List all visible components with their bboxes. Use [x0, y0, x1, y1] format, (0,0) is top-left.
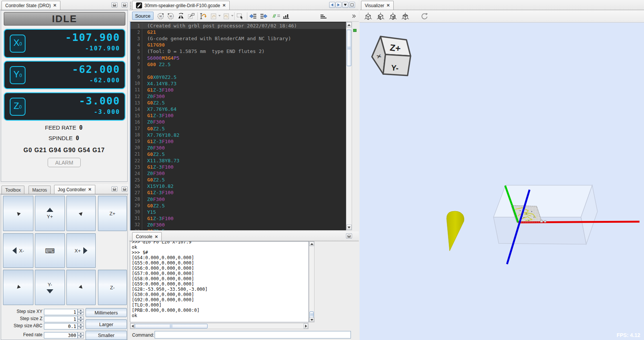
- scale-icon[interactable]: [187, 12, 195, 20]
- sort-lines-icon[interactable]: [319, 12, 328, 20]
- millimeters-button[interactable]: Millimeters: [86, 308, 127, 317]
- code-line[interactable]: 13G0Z2.5: [131, 100, 346, 106]
- tab-visualizer[interactable]: Visualizer ✕: [361, 1, 394, 10]
- scroll-up-icon[interactable]: [310, 243, 313, 245]
- gcode-editor[interactable]: 1(Created with grbl post processor 2022/…: [130, 22, 346, 230]
- code-line[interactable]: 6S6000M3G4P5: [131, 54, 346, 61]
- tab-jog-controller[interactable]: Jog Controller ✕: [54, 185, 95, 194]
- undo-dropdown-icon[interactable]: [218, 15, 221, 17]
- code-line[interactable]: 1(Created with grbl post processor 2022/…: [131, 23, 346, 29]
- scroll-down-icon[interactable]: [310, 319, 313, 321]
- toolbar-overflow-icon[interactable]: [351, 12, 357, 20]
- feed-rate-stepper[interactable]: [78, 332, 84, 338]
- source-toggle-button[interactable]: Source: [132, 12, 153, 20]
- jog-xplus-yplus-button[interactable]: [66, 196, 96, 231]
- editor-vscrollbar[interactable]: [346, 22, 352, 230]
- code-line[interactable]: 2G21: [131, 29, 346, 35]
- code-line[interactable]: 15G1Z-3F100: [131, 112, 346, 119]
- close-icon[interactable]: ✕: [88, 187, 92, 192]
- zero-x-button[interactable]: X0: [10, 35, 26, 53]
- zero-z-button[interactable]: Z0: [10, 98, 26, 116]
- code-line[interactable]: 28Z0F300: [131, 196, 346, 202]
- code-line[interactable]: 26X15Y10.82: [131, 183, 346, 189]
- code-line[interactable]: 20Z0F300: [131, 145, 346, 151]
- maximize-panel-button[interactable]: [349, 2, 355, 8]
- console-hscrollbar[interactable]: [130, 323, 308, 329]
- orientation-cube[interactable]: Z+ Y- X: [372, 36, 411, 76]
- view-side-icon[interactable]: [388, 12, 398, 21]
- redo-dropdown-icon[interactable]: [231, 15, 233, 17]
- code-line[interactable]: 27G1Z-3F100: [131, 189, 346, 196]
- align-icon[interactable]: [282, 12, 290, 20]
- code-line[interactable]: 8: [131, 68, 346, 74]
- jog-yminus-button[interactable]: Y-: [35, 270, 65, 305]
- close-icon[interactable]: ✕: [387, 3, 390, 8]
- step-size-abc-input[interactable]: [44, 323, 78, 329]
- larger-button[interactable]: Larger: [86, 319, 127, 329]
- jog-zminus-button[interactable]: Z-: [98, 270, 127, 305]
- close-icon[interactable]: ✕: [155, 235, 158, 239]
- scroll-down-icon[interactable]: [348, 227, 351, 228]
- code-line[interactable]: 29G0Z2.5: [131, 202, 346, 209]
- tab-macros[interactable]: Macros: [29, 186, 51, 194]
- code-line[interactable]: 32Z0F300: [131, 222, 346, 228]
- code-line[interactable]: 16Z0F300: [131, 119, 346, 125]
- code-line[interactable]: 25G0Z2.5: [131, 177, 346, 183]
- toggle-comment-icon[interactable]: //: [272, 12, 281, 20]
- tab-scroll-right-button[interactable]: [336, 2, 342, 8]
- zero-y-button[interactable]: Y0: [10, 66, 26, 84]
- reset-view-icon[interactable]: [420, 12, 429, 21]
- step-size-abc-stepper[interactable]: [78, 323, 84, 329]
- view-front-icon[interactable]: [376, 12, 385, 21]
- visualizer-scene[interactable]: Z+ Y- X: [360, 23, 644, 340]
- scrollbar-thumb[interactable]: [347, 30, 351, 66]
- code-line[interactable]: 21G0Z2.5: [131, 151, 346, 157]
- jog-xminus-button[interactable]: X-: [3, 233, 33, 268]
- undo-icon[interactable]: [209, 12, 218, 20]
- alarm-button[interactable]: ALARM: [48, 158, 81, 167]
- code-line[interactable]: 19G1Z-3F100: [131, 138, 346, 145]
- code-line[interactable]: 5(Tool: D = 1.5875 mm type END flutes 2): [131, 48, 346, 54]
- view-isometric-icon[interactable]: [363, 12, 373, 21]
- smaller-button[interactable]: Smaller: [86, 331, 127, 340]
- code-line[interactable]: 4G17G90: [131, 42, 346, 48]
- scroll-left-icon[interactable]: [132, 325, 134, 328]
- jog-keyboard-button[interactable]: ⌨: [35, 233, 65, 268]
- rotate-ccw-90-icon[interactable]: 90: [167, 12, 175, 20]
- jog-xminus-yplus-button[interactable]: [3, 196, 33, 231]
- dock-float-button[interactable]: [111, 2, 117, 8]
- code-line[interactable]: 11G1Z-3F100: [131, 87, 346, 93]
- code-line[interactable]: 23G1Z-3F100: [131, 164, 346, 170]
- code-line[interactable]: 31G1Z-3F100: [131, 215, 346, 222]
- cube-front-label[interactable]: Y-: [391, 63, 399, 72]
- code-line[interactable]: 30Y15: [131, 209, 346, 215]
- tab-controller-state[interactable]: Controller State (DRO) ✕: [2, 1, 60, 10]
- tab-toolbox[interactable]: Toolbox: [2, 186, 24, 194]
- dock-restore-button[interactable]: [122, 2, 128, 8]
- code-line[interactable]: 12Z0F300: [131, 93, 346, 100]
- jog-xplus-button[interactable]: X+: [66, 233, 96, 268]
- code-line[interactable]: 3(G-code generated with BlenderCAM and N…: [131, 35, 346, 42]
- code-line[interactable]: 14X7.76Y6.64: [131, 106, 346, 112]
- jog-yplus-button[interactable]: Y+: [35, 196, 65, 231]
- scroll-up-icon[interactable]: [348, 24, 351, 26]
- console-output-panel[interactable]: >>> G10 P0 L20 X-107.9ok>>> $#[G54:0.000…: [130, 241, 309, 322]
- visualizer-viewport[interactable]: Z+ Y- X: [360, 23, 644, 340]
- code-line[interactable]: 10X4.14Y8.73: [131, 80, 346, 87]
- code-line[interactable]: 9G0X0Y0Z2.5: [131, 74, 346, 80]
- tab-list-dropdown-button[interactable]: [342, 2, 348, 8]
- view-top-icon[interactable]: [400, 12, 410, 21]
- tab-gcode-file[interactable]: 30mm-speaker-grille-Drill-F100.gcode ✕: [132, 1, 230, 10]
- drag-handle[interactable]: [130, 2, 131, 9]
- step-size-z-input[interactable]: [44, 316, 78, 322]
- tab-console[interactable]: Console ✕: [132, 232, 162, 241]
- jog-xminus-yminus-button[interactable]: [3, 270, 33, 305]
- code-line[interactable]: 7G00 Z2.5: [131, 61, 346, 68]
- cube-top-label[interactable]: Z+: [390, 42, 401, 54]
- code-line[interactable]: 18X7.76Y10.82: [131, 132, 346, 138]
- unindent-icon[interactable]: [249, 12, 257, 20]
- indent-icon[interactable]: [260, 12, 268, 20]
- console-vscrollbar[interactable]: [309, 241, 314, 322]
- mirror-icon[interactable]: [177, 12, 185, 20]
- dock-restore-button[interactable]: [122, 186, 128, 192]
